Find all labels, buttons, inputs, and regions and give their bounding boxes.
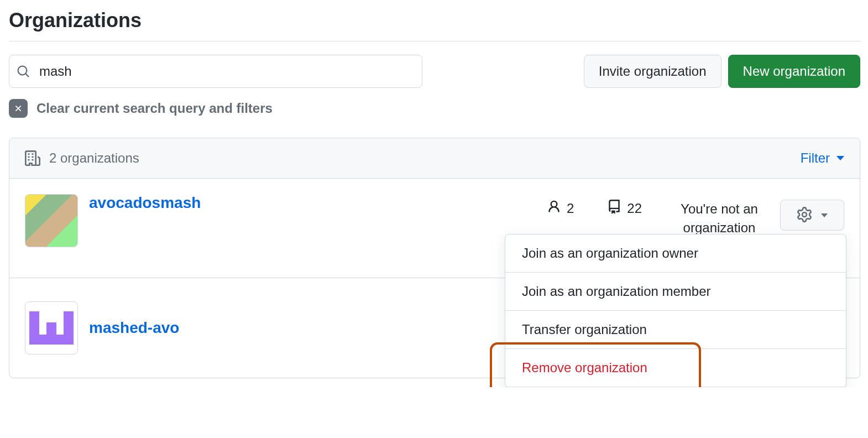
members-stat: 2 <box>547 200 574 217</box>
transfer-organization-item[interactable]: Transfer organization <box>505 311 846 349</box>
join-as-owner-item[interactable]: Join as an organization owner <box>505 234 846 273</box>
membership-status: You're not an organization <box>658 200 780 237</box>
search-icon <box>17 65 30 78</box>
close-icon <box>9 99 28 118</box>
avatar <box>25 194 78 247</box>
search-container <box>9 55 422 88</box>
clear-search-button[interactable]: Clear current search query and filters <box>9 99 860 118</box>
repos-stat: 22 <box>607 200 642 217</box>
organization-actions-dropdown: Join as an organization owner Join as an… <box>505 234 846 387</box>
filter-label: Filter <box>801 150 830 166</box>
clear-search-label: Clear current search query and filters <box>36 101 273 116</box>
invite-organization-button[interactable]: Invite organization <box>584 55 721 88</box>
person-icon <box>547 200 561 217</box>
chevron-down-icon <box>821 213 828 217</box>
remove-organization-item[interactable]: Remove organization <box>505 349 846 387</box>
repo-icon <box>607 200 621 217</box>
search-input[interactable] <box>9 55 422 88</box>
organizations-count: 2 organizations <box>49 150 139 166</box>
gear-icon <box>797 207 812 224</box>
organization-row: avocadosmash 2 22 You're not an organiza… <box>9 179 860 278</box>
list-header: 2 organizations Filter <box>9 138 860 179</box>
members-count: 2 <box>567 201 574 216</box>
organization-icon <box>25 150 40 166</box>
join-as-member-item[interactable]: Join as an organization member <box>505 273 846 311</box>
organizations-list: 2 organizations Filter avocadosmash 2 <box>9 138 860 378</box>
avatar <box>25 301 78 354</box>
organization-link[interactable]: mashed-avo <box>89 319 179 337</box>
chevron-down-icon <box>836 156 844 160</box>
organization-settings-button[interactable] <box>780 200 844 231</box>
organization-link[interactable]: avocadosmash <box>89 194 201 212</box>
repos-count: 22 <box>627 201 642 216</box>
page-title: Organizations <box>9 9 860 41</box>
new-organization-button[interactable]: New organization <box>728 55 860 88</box>
filter-button[interactable]: Filter <box>801 150 844 166</box>
